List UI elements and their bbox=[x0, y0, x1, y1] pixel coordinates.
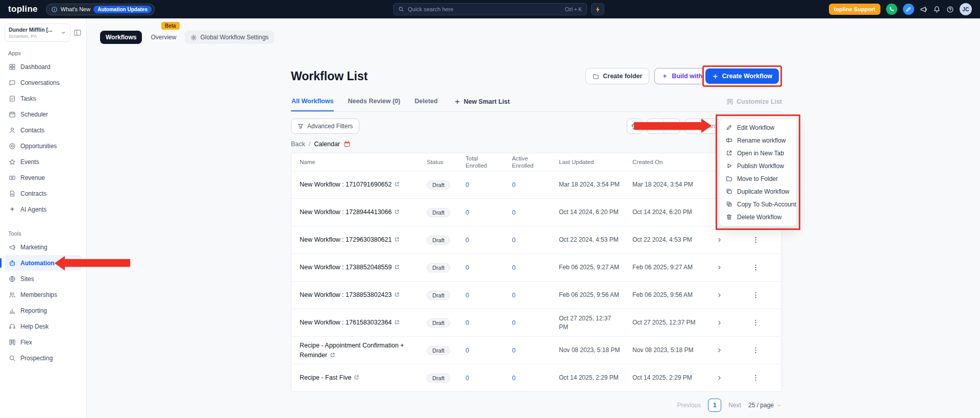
support-button[interactable]: topline Support bbox=[829, 4, 880, 15]
advanced-filters-button[interactable]: Advanced Filters bbox=[291, 119, 359, 134]
quick-actions-button[interactable] bbox=[591, 3, 604, 15]
sidebar-item-sites[interactable]: Sites bbox=[5, 271, 82, 287]
active-enrolled-value[interactable]: 0 bbox=[512, 181, 559, 189]
table-row[interactable]: Recipe - Fast FiveDraft00Oct 14 2025, 2:… bbox=[291, 364, 781, 391]
page-size-select[interactable]: 25 / page bbox=[748, 402, 782, 409]
tab-needs-review-0[interactable]: Needs Review (0) bbox=[347, 92, 401, 111]
active-enrolled-value[interactable]: 0 bbox=[512, 209, 559, 216]
new-smart-list-button[interactable]: New Smart List bbox=[454, 98, 509, 105]
table-row[interactable]: New Workflow : 1728944413066Draft00Oct 1… bbox=[291, 198, 781, 226]
tab-overview[interactable]: Overview bbox=[145, 31, 182, 44]
row-expand-chevron[interactable] bbox=[709, 292, 745, 298]
row-actions-menu-button[interactable] bbox=[745, 291, 782, 299]
sidebar-collapse-button[interactable] bbox=[74, 29, 82, 37]
active-enrolled-value[interactable]: 0 bbox=[512, 237, 559, 244]
sidebar-item-memberships[interactable]: Memberships bbox=[5, 287, 82, 303]
active-enrolled-value[interactable]: 0 bbox=[512, 264, 559, 271]
active-enrolled-value[interactable]: 0 bbox=[512, 319, 559, 327]
row-expand-chevron[interactable] bbox=[709, 375, 745, 381]
phone-button[interactable] bbox=[886, 4, 897, 15]
table-row[interactable]: New Workflow : 1710791690652Draft00Mar 1… bbox=[291, 171, 781, 198]
account-switcher[interactable]: Dunder Mifflin [... Scranton, PA bbox=[5, 24, 70, 42]
create-folder-button[interactable]: Create folder bbox=[585, 68, 649, 84]
row-actions-menu-button[interactable] bbox=[745, 346, 782, 354]
workflow-name[interactable]: New Workflow : 1728944413066 bbox=[291, 207, 427, 217]
row-expand-chevron[interactable] bbox=[709, 237, 745, 243]
customize-list-button[interactable]: Customize List bbox=[726, 98, 782, 105]
table-row[interactable]: New Workflow : 1738852048559Draft00Feb 0… bbox=[291, 253, 781, 281]
total-enrolled-value[interactable]: 0 bbox=[465, 181, 512, 189]
total-enrolled-value[interactable]: 0 bbox=[465, 292, 512, 299]
bell-button[interactable] bbox=[933, 6, 941, 13]
beta-badge: Beta bbox=[161, 22, 180, 30]
tab-deleted[interactable]: Deleted bbox=[414, 92, 438, 111]
row-actions-menu-button[interactable] bbox=[745, 264, 782, 271]
total-enrolled-value[interactable]: 0 bbox=[465, 237, 512, 244]
sidebar-item-revenue[interactable]: Revenue bbox=[5, 170, 82, 185]
menu-item-delete-workflow[interactable]: Delete Workflow bbox=[720, 211, 796, 223]
avatar[interactable]: JC bbox=[960, 3, 972, 15]
active-enrolled-value[interactable]: 0 bbox=[512, 347, 559, 354]
sidebar-item-prospecting[interactable]: Prospecting bbox=[5, 350, 82, 366]
row-actions-menu-button[interactable] bbox=[745, 236, 782, 244]
menu-item-move-to-folder[interactable]: Move to Folder bbox=[720, 172, 796, 185]
row-expand-chevron[interactable] bbox=[709, 347, 745, 354]
total-enrolled-value[interactable]: 0 bbox=[465, 209, 512, 216]
help-button[interactable] bbox=[946, 6, 954, 13]
tab-all-workflows[interactable]: All Workflows bbox=[291, 92, 334, 111]
table-row[interactable]: New Workflow : 1729630380621Draft00Oct 2… bbox=[291, 226, 781, 253]
tab-global-workflow-settings[interactable]: Global Workflow Settings bbox=[185, 31, 274, 44]
total-enrolled-value[interactable]: 0 bbox=[465, 375, 512, 382]
menu-item-open-in-new-tab[interactable]: Open in New Tab bbox=[720, 147, 796, 159]
whats-new-pill[interactable]: What's New Automation Updates bbox=[46, 4, 155, 15]
sidebar-item-events[interactable]: Events bbox=[5, 154, 82, 170]
menu-item-publish-workflow[interactable]: Publish Workflow bbox=[720, 159, 796, 172]
workflow-name[interactable]: New Workflow : 1729630380621 bbox=[291, 235, 427, 244]
sidebar-item-automation[interactable]: Automation bbox=[5, 255, 82, 271]
menu-item-edit-workflow[interactable]: Edit Workflow bbox=[720, 121, 796, 134]
create-workflow-button[interactable]: Create Workflow bbox=[705, 68, 779, 84]
workflow-name[interactable]: New Workflow : 1738852048559 bbox=[291, 263, 427, 272]
pagination-page-1[interactable]: 1 bbox=[708, 399, 721, 412]
row-expand-chevron[interactable] bbox=[709, 264, 745, 271]
pagination-next[interactable]: Next bbox=[728, 402, 741, 409]
sidebar-item-scheduler[interactable]: Scheduler bbox=[5, 106, 82, 122]
table-row[interactable]: Recipe - Appointment Confirmation + Remi… bbox=[291, 336, 781, 364]
total-enrolled-value[interactable]: 0 bbox=[465, 319, 512, 327]
workflow-name[interactable]: New Workflow : 1710791690652 bbox=[291, 180, 427, 189]
tab-workflows[interactable]: Workflows bbox=[100, 31, 142, 44]
pagination-previous[interactable]: Previous bbox=[677, 402, 701, 409]
workflow-name[interactable]: Recipe - Fast Five bbox=[291, 373, 427, 382]
breadcrumb-back[interactable]: Back bbox=[291, 141, 305, 148]
active-enrolled-value[interactable]: 0 bbox=[512, 292, 559, 299]
row-actions-menu-button[interactable] bbox=[745, 374, 782, 382]
topbar: topline What's New Automation Updates Qu… bbox=[0, 0, 980, 18]
sidebar-item-flex[interactable]: Flex bbox=[5, 334, 82, 350]
total-enrolled-value[interactable]: 0 bbox=[465, 264, 512, 271]
table-row[interactable]: New Workflow : 1738853802423Draft00Feb 0… bbox=[291, 281, 781, 309]
menu-item-rename-workflow[interactable]: Rename workflow bbox=[720, 134, 796, 147]
workflow-name[interactable]: New Workflow : 1761583032364 bbox=[291, 318, 427, 327]
sidebar-item-reporting[interactable]: Reporting bbox=[5, 303, 82, 318]
workflow-name[interactable]: New Workflow : 1738853802423 bbox=[291, 290, 427, 299]
megaphone-button[interactable] bbox=[920, 6, 927, 13]
total-enrolled-value[interactable]: 0 bbox=[465, 347, 512, 354]
row-actions-menu-button[interactable] bbox=[745, 319, 782, 327]
sidebar-item-opportunities[interactable]: Opportunities bbox=[5, 138, 82, 154]
pen-button[interactable] bbox=[903, 4, 914, 15]
global-search-input[interactable]: Quick search here Ctrl + K bbox=[393, 3, 587, 15]
sidebar-item-conversations[interactable]: Conversations bbox=[5, 75, 82, 90]
sidebar-item-marketing[interactable]: Marketing bbox=[5, 239, 82, 255]
sidebar-item-help-desk[interactable]: Help Desk bbox=[5, 318, 82, 334]
sidebar-item-tasks[interactable]: Tasks bbox=[5, 90, 82, 106]
row-expand-chevron[interactable] bbox=[709, 319, 745, 326]
menu-item-duplicate-workflow[interactable]: Duplicate Workflow bbox=[720, 185, 796, 198]
workflow-name[interactable]: Recipe - Appointment Confirmation + Remi… bbox=[291, 341, 427, 359]
sidebar-item-contacts[interactable]: Contacts bbox=[5, 122, 82, 138]
table-row[interactable]: New Workflow : 1761583032364Draft00Oct 2… bbox=[291, 309, 781, 336]
sidebar-item-dashboard[interactable]: Dashboard bbox=[5, 59, 82, 75]
sidebar-item-contracts[interactable]: Contracts bbox=[5, 185, 82, 201]
sidebar-item-ai-agents[interactable]: AI Agents bbox=[5, 201, 82, 217]
active-enrolled-value[interactable]: 0 bbox=[512, 375, 559, 382]
menu-item-copy-to-sub-account[interactable]: Copy To Sub-Account bbox=[720, 198, 796, 211]
